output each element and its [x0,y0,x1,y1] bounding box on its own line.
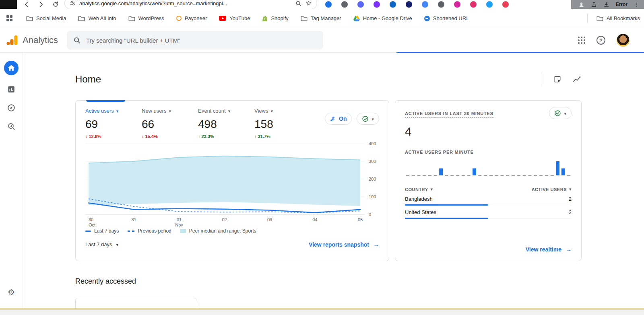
analytics-header: Analytics [0,28,644,53]
recently-accessed-card[interactable] [75,298,197,308]
metric-label: Active users [85,108,114,114]
browser-extension-icon[interactable] [502,1,509,8]
bookmark-payoneer[interactable]: Payoneer [176,15,207,21]
settings-gear-icon[interactable] [0,287,23,297]
search-icon[interactable] [295,0,301,6]
country-column-header[interactable]: COUNTRY [405,187,433,192]
folder-icon [26,16,33,21]
analytics-logo[interactable]: Analytics [0,34,67,47]
bookmarks-bar: Social Media Web All Info WordPress Payo… [0,9,644,28]
nav-explore-icon[interactable] [7,103,16,112]
folder-icon [301,16,308,21]
browser-nav-buttons [23,1,59,8]
view-reports-snapshot-link[interactable]: View reports snapshot [309,241,379,248]
browser-menu-kebab-icon[interactable] [634,1,639,8]
reload-icon[interactable] [52,1,59,8]
country-value-bar [405,204,488,206]
chevron-down-icon[interactable] [116,108,119,114]
site-info-icon[interactable] [70,0,75,6]
browser-extension-icon[interactable] [486,1,493,8]
insights-icon[interactable] [573,75,582,83]
download-toolbar-icon[interactable] [603,2,609,8]
help-icon[interactable] [597,36,605,45]
active-users-30min-value: 4 [405,125,572,138]
realtime-quality-dropdown[interactable] [549,107,572,119]
add-note-icon[interactable] [553,75,561,83]
google-ads-icon [330,116,336,122]
metric-value: 498 [198,118,254,131]
bookmark-google-drive[interactable]: Home - Google Drive [353,15,412,21]
url-text[interactable]: analytics.google.com/analytics/web/?utm_… [79,0,291,6]
per-minute-label: ACTIVE USERS PER MINUTE [405,150,572,154]
ads-badge-label: On [339,115,347,122]
profile-toolbar-icon[interactable] [578,2,584,8]
bookmark-label: Shortened URL [433,15,469,21]
browser-extension-icon[interactable] [357,1,364,8]
google-drive-icon [353,16,360,21]
bookmark-label: Web All Info [88,15,116,21]
chevron-down-icon [116,241,119,247]
account-avatar[interactable] [617,34,630,47]
analytics-app-body: Home Active users 69 ↓13.8% [0,53,644,308]
view-realtime-link[interactable]: View realtime [526,246,572,253]
check-circle-icon [554,110,561,117]
metric-label: Event count [198,108,226,114]
analytics-search-bar[interactable] [67,31,323,49]
bookmark-social-media[interactable]: Social Media [26,15,66,21]
legend-peer-median: Peer median and range: Sports [180,228,256,234]
all-bookmarks[interactable]: All Bookmarks [587,14,642,23]
forward-icon[interactable] [38,1,44,8]
bookmark-tag-manager[interactable]: Tag Manager [301,15,341,21]
main-content: Home Active users 69 ↓13.8% [23,53,644,308]
browser-extension-icon[interactable] [438,1,444,8]
browser-extension-icon[interactable] [422,1,428,8]
share-toolbar-icon[interactable] [591,2,597,8]
chevron-down-icon[interactable] [228,108,231,114]
metric-event-count[interactable]: Event count 498 ↑23.3% [198,108,254,139]
bookmark-label: Shopify [271,15,288,21]
bookmark-web-all-info[interactable]: Web All Info [78,15,116,21]
chevron-down-icon [430,187,433,192]
date-range-selector[interactable]: Last 7 days [85,241,118,247]
bookmark-youtube[interactable]: YouTube [219,15,250,21]
apps-grid-icon[interactable] [6,15,12,21]
svg-text:100: 100 [369,194,376,199]
data-quality-dropdown[interactable] [357,113,379,125]
active-users-trend-chart: 010020030040030Oct3101Nov02030405 [85,141,380,227]
chevron-down-icon[interactable] [270,108,273,114]
address-bar[interactable]: analytics.google.com/analytics/web/?utm_… [64,0,317,9]
browser-extension-icon[interactable] [470,1,477,8]
browser-extension-icon[interactable] [341,1,348,8]
nav-reports-icon[interactable] [7,85,16,94]
chevron-down-icon[interactable] [169,108,171,114]
browser-extension-icon[interactable] [325,1,332,8]
nav-home-icon[interactable] [4,61,19,75]
browser-extension-icon[interactable] [374,1,380,8]
table-row[interactable]: United States 2 [405,206,572,218]
metric-new-users[interactable]: New users 66 ↓15.4% [142,108,198,139]
bookmark-label: Social Media [36,15,66,21]
svg-text:400: 400 [369,141,376,146]
bookmark-star-icon[interactable] [305,0,312,6]
browser-extension-icon[interactable] [454,1,460,8]
google-apps-grid-icon[interactable] [578,37,585,44]
metric-active-users[interactable]: Active users 69 ↓13.8% [85,108,142,139]
all-bookmarks-label: All Bookmarks [607,15,640,21]
nav-advertising-icon[interactable] [7,122,16,131]
back-icon[interactable] [23,1,30,8]
country-name: Bangladesh [405,196,433,202]
folder-icon [78,16,85,21]
bookmark-shortened-url[interactable]: Shortened URL [424,15,469,21]
bookmark-shopify[interactable]: Shopify [262,15,288,22]
metric-views[interactable]: Views 158 ↑31.7% [254,108,311,139]
bookmark-wordpress[interactable]: WordPress [128,15,164,21]
active-users-column-header[interactable]: ACTIVE USERS [532,187,572,192]
error-indicator[interactable]: Error [616,2,627,7]
browser-extension-icon[interactable] [390,1,396,8]
search-input[interactable] [86,37,317,44]
browser-extension-icon[interactable] [406,1,412,8]
google-ads-on-badge[interactable]: On [325,113,352,125]
table-row[interactable]: Bangladesh 2 [405,193,572,205]
home-overview-card: Active users 69 ↓13.8% New users 66 ↓15.… [75,100,389,261]
search-icon [73,37,80,44]
